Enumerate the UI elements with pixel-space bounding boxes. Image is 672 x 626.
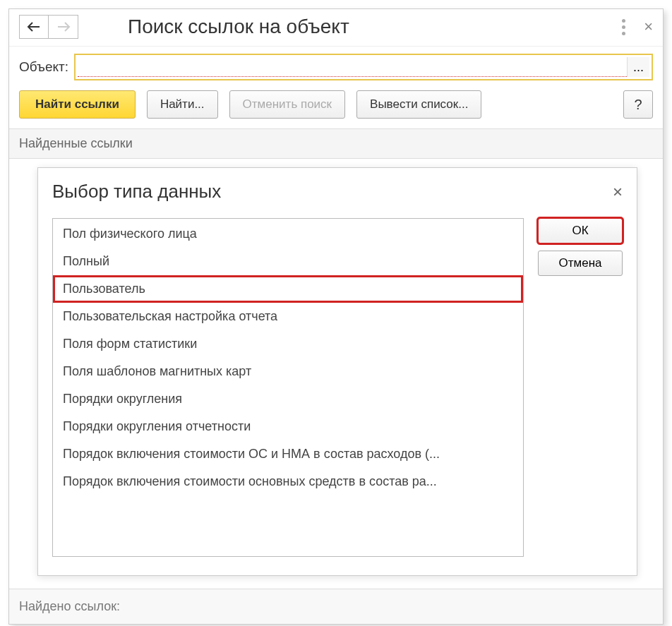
forward-button[interactable] [49, 15, 78, 39]
type-chooser-dialog: Выбор типа данных × Пол физического лица… [37, 167, 637, 576]
dialog-body: Пол физического лицаПолныйПользовательПо… [38, 212, 637, 575]
arrow-right-icon [56, 22, 71, 32]
type-list[interactable]: Пол физического лицаПолныйПользовательПо… [52, 218, 524, 557]
status-footer: Найдено ссылок: [9, 589, 663, 624]
list-item[interactable]: Поля шаблонов магнитных карт [53, 358, 523, 385]
object-label: Объект: [19, 59, 68, 75]
object-row: Объект: ... [9, 47, 663, 88]
find-button[interactable]: Найти... [147, 90, 218, 119]
export-list-button[interactable]: Вывести список... [356, 90, 481, 119]
kebab-menu-icon[interactable] [622, 19, 625, 35]
object-choose-button[interactable]: ... [627, 57, 649, 77]
body-area: Выбор типа данных × Пол физического лица… [9, 159, 663, 589]
find-links-button[interactable]: Найти ссылки [19, 90, 136, 119]
list-item[interactable]: Пользовательская настройка отчета [53, 303, 523, 330]
dialog-close-icon[interactable]: × [613, 182, 623, 202]
title-actions: × [622, 18, 653, 36]
list-item[interactable]: Порядок включения стоимости основных сре… [53, 468, 523, 495]
nav-buttons [19, 15, 78, 39]
back-button[interactable] [19, 15, 49, 39]
dialog-titlebar: Выбор типа данных × [38, 168, 637, 212]
toolbar: Найти ссылки Найти... Отменить поиск Выв… [9, 88, 663, 128]
dialog-title: Выбор типа данных [52, 181, 221, 203]
page-title: Поиск ссылок на объект [128, 16, 349, 38]
list-item[interactable]: Порядки округления отчетности [53, 413, 523, 440]
help-button[interactable]: ? [623, 90, 653, 119]
list-item[interactable]: Порядок включения стоимости ОС и НМА в с… [53, 440, 523, 468]
cancel-search-button[interactable]: Отменить поиск [229, 90, 346, 119]
object-input[interactable] [78, 57, 627, 77]
dialog-buttons: ОК Отмена [538, 218, 623, 557]
found-links-header: Найденные ссылки [9, 128, 663, 159]
list-item[interactable]: Пользователь [53, 275, 523, 303]
titlebar: Поиск ссылок на объект × [9, 9, 663, 47]
list-item[interactable]: Порядки округления [53, 385, 523, 413]
list-item[interactable]: Полный [53, 248, 523, 275]
arrow-left-icon [27, 22, 41, 32]
list-item[interactable]: Поля форм статистики [53, 330, 523, 358]
ok-button[interactable]: ОК [538, 218, 623, 243]
main-window: Поиск ссылок на объект × Объект: ... Най… [8, 8, 664, 625]
object-input-wrap: ... [74, 54, 653, 80]
list-item[interactable]: Пол физического лица [53, 220, 523, 248]
close-icon[interactable]: × [644, 18, 653, 36]
cancel-button[interactable]: Отмена [538, 251, 623, 276]
